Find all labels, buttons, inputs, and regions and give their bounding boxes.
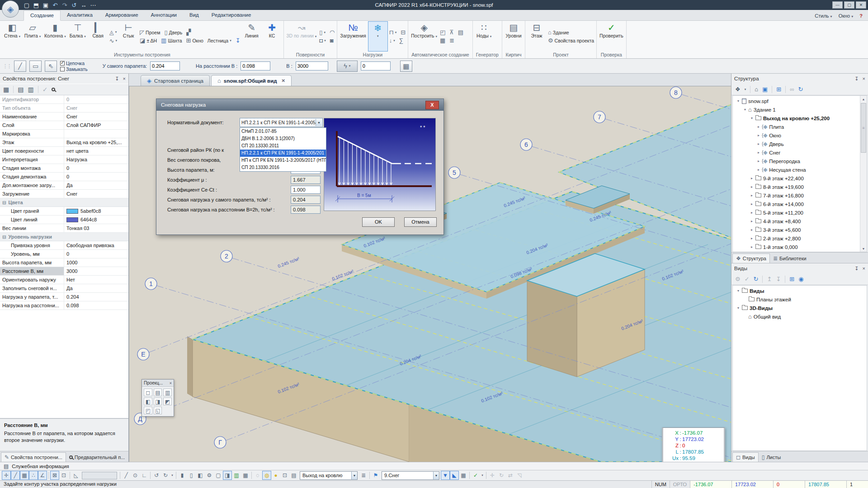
snow-calc-button[interactable]: ▦ — [400, 61, 412, 72]
close-icon[interactable]: × — [170, 381, 172, 385]
tree-item[interactable]: ▸5-й этаж +11,200 — [734, 208, 860, 217]
snap-point-button[interactable]: ∴ — [29, 471, 38, 480]
dialog-field-value[interactable]: 0.098 — [291, 206, 321, 214]
ribbon-button[interactable]: ▤ — [457, 29, 464, 36]
ribbon-button[interactable]: Лестница▾ — [207, 38, 232, 44]
ribbon-button[interactable]: ⊤Балка ▾ — [68, 21, 88, 52]
ribbon-button[interactable]: ≣ — [448, 37, 455, 44]
filter-table-button[interactable]: ▦ — [459, 471, 468, 480]
box-grid-button[interactable]: ▦ — [241, 471, 250, 480]
ribbon-button[interactable]: ▎Свая — [88, 21, 108, 52]
bulb-off-button[interactable]: ◌ — [253, 471, 262, 480]
dropdown-item[interactable]: СП 20.13330.2016 — [240, 164, 326, 171]
draw-rect-button[interactable]: ▭ — [29, 61, 42, 72]
tree-item[interactable]: ▸6-й этаж +14,000 — [734, 200, 860, 208]
rotate-button[interactable]: ↻ — [497, 471, 506, 480]
tree-item[interactable]: ▸{◆Окно — [734, 131, 860, 140]
dropdown-item[interactable]: НП к СП РК EN 1991-1-3:2005/2017 (НТП — [240, 157, 326, 164]
ribbon-button[interactable]: ◠ — [329, 29, 335, 36]
tree-item[interactable]: ▾Выход на кровлю +25,200 — [734, 114, 860, 122]
sync-button[interactable]: ↺ — [70, 1, 78, 9]
tree-item[interactable]: ▸8-й этаж +19,600 — [734, 183, 860, 191]
parapet-load-input[interactable] — [150, 61, 180, 70]
ribbon-button[interactable]: ⚙Свойства проекта — [547, 37, 595, 44]
cancel-button[interactable]: Отмена — [404, 217, 437, 227]
tree-item[interactable]: ▸{◆Несущая стена — [734, 165, 860, 174]
ribbon-button[interactable]: ⊼ — [448, 29, 455, 36]
move-up-icon[interactable]: ↥ — [767, 276, 772, 282]
ribbon-tab[interactable]: Редактирование — [205, 10, 258, 20]
tree-item[interactable]: ▸7-й этаж +16,800 — [734, 191, 860, 200]
proj-top-button[interactable]: ▤ — [154, 389, 162, 396]
ribbon-button[interactable]: ▤Уровни — [504, 21, 524, 52]
tree-item[interactable]: ▸{◆Перегородка — [734, 157, 860, 165]
pin-icon[interactable]: ↧ — [854, 76, 859, 82]
offset-input[interactable] — [82, 472, 117, 479]
expander-icon[interactable]: ▾ — [736, 99, 741, 103]
expander-icon[interactable]: ▸ — [749, 219, 755, 223]
panel-tab[interactable]: ✎Свойства построени... — [1, 452, 66, 462]
scroll-up-icon[interactable]: ▲ — [860, 96, 867, 102]
ribbon-button[interactable]: ▥Шахта — [160, 37, 183, 44]
snap-angle-button[interactable]: ∠ — [38, 471, 47, 480]
tree-item[interactable]: ▾3D-Виды — [734, 304, 866, 312]
property-row[interactable]: Ориентировать наружуНет — [0, 276, 128, 284]
minimize-button[interactable]: — — [832, 1, 843, 9]
close-icon[interactable]: × — [863, 266, 865, 272]
apply-check-button[interactable]: ✓ — [471, 471, 480, 480]
proj-iso2-button[interactable]: ◨ — [154, 398, 162, 405]
distance-load-input[interactable] — [241, 61, 270, 70]
materials-button[interactable]: ▤ — [289, 471, 298, 480]
expander-icon[interactable]: ▸ — [749, 193, 755, 197]
open-folder-button[interactable]: ⬒ — [32, 1, 40, 9]
expander-icon[interactable]: ▾ — [736, 306, 741, 310]
proj-iso3-button[interactable]: ◩ — [163, 398, 172, 405]
property-row[interactable]: Идентификатор0 — [0, 95, 128, 104]
filter-cursor-button[interactable]: ◣ — [450, 471, 459, 480]
expander-icon[interactable]: ▾ — [749, 116, 755, 120]
circle-center-button[interactable]: ⊙ — [131, 471, 140, 480]
flag-button[interactable]: ⚑ — [371, 471, 380, 480]
loadcase-select[interactable]: 9.Снег▼ — [382, 471, 439, 480]
search-icon[interactable] — [52, 88, 55, 91]
property-row[interactable]: Привязка уровняСвободная привязка — [0, 241, 128, 250]
refresh-icon[interactable]: ↻ — [754, 276, 759, 282]
proj-persp2-button[interactable]: ◱ — [154, 407, 162, 414]
box-framed-button[interactable]: ◨ — [223, 471, 232, 480]
box-solid-button[interactable]: ▮ — [178, 471, 187, 480]
proj-iso1-button[interactable]: ◧ — [144, 398, 152, 405]
tree-item[interactable]: ▸{◆Снег — [734, 148, 860, 157]
new-file-button[interactable]: ▢ — [23, 1, 31, 9]
close-button[interactable]: ✕ — [856, 1, 866, 9]
normative-doc-combo[interactable]: НП.2.2.1 к СП РК EN 1991-1-4:2005/ ▼ — [240, 118, 323, 127]
ribbon-button[interactable]: ∑ — [398, 37, 404, 44]
close-tab-icon[interactable]: ✕ — [282, 78, 285, 83]
gear-icon[interactable]: ⚙ — [735, 276, 741, 282]
scroll-thumb[interactable]: ≡ — [861, 103, 866, 153]
property-row[interactable]: Вес линииТонкая 03 — [0, 224, 128, 233]
box-green-button[interactable]: ▥ — [232, 471, 241, 480]
ribbon-button[interactable]: ⌂Здание — [547, 29, 570, 36]
tree-item[interactable]: ▸2-й этаж +2,800 — [734, 234, 860, 243]
dialog-field-value[interactable]: 1.000 — [291, 186, 321, 194]
tree-item[interactable]: ▸{◆Плита — [734, 122, 860, 131]
chain-checkbox[interactable]: Цепочка — [60, 61, 88, 66]
ribbon-button[interactable]: ▱Плита ▾ — [23, 21, 42, 52]
collapse-icon[interactable]: ⊟ — [2, 235, 6, 239]
panel-tab[interactable]: ❖Структура — [732, 253, 770, 263]
property-row[interactable]: ЗагружениеСнег — [0, 190, 128, 198]
ribbon-button[interactable]: ◙ — [329, 37, 335, 44]
ribbon-button[interactable]: ◸Проем — [139, 29, 161, 36]
property-row[interactable]: Нагрузка на расстояни...0.098 — [0, 301, 128, 310]
expander-icon[interactable]: ▸ — [749, 185, 755, 189]
b-distance-input[interactable] — [296, 61, 328, 70]
color-swatch[interactable] — [66, 217, 78, 222]
slope-button[interactable]: ◺ — [71, 471, 80, 480]
dialog-title-bar[interactable]: Снеговая нагрузка X — [156, 99, 443, 111]
expander-icon[interactable]: ▾ — [736, 289, 741, 293]
ribbon-button[interactable]: ✚КС — [262, 21, 282, 52]
property-row[interactable]: Заполнить снеговой н...Да — [0, 284, 128, 293]
expander-icon[interactable]: ▸ — [756, 168, 761, 172]
toolbar-grip[interactable]: ⋮⋮ — [3, 63, 11, 69]
draw-line-button[interactable]: ╱ — [14, 61, 26, 72]
